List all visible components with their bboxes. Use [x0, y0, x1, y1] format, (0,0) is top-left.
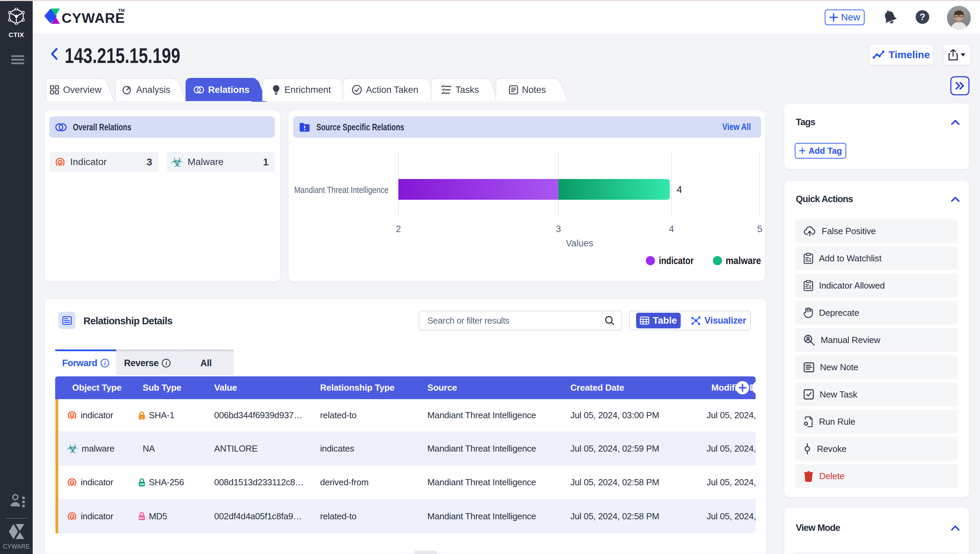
svg-text:256: 256 [140, 483, 144, 486]
svg-text:5: 5 [757, 224, 762, 234]
svg-text:4: 4 [669, 224, 674, 234]
svg-text:4: 4 [677, 184, 682, 195]
svg-text:indicator: indicator [659, 255, 694, 266]
svg-text:malware: malware [726, 255, 761, 266]
svg-text:2: 2 [396, 224, 401, 234]
svg-text:i: i [104, 360, 105, 366]
svg-text:?: ? [920, 12, 926, 22]
svg-text:i: i [166, 360, 167, 366]
svg-text:1: 1 [141, 416, 143, 419]
svg-text:MD5: MD5 [139, 517, 144, 520]
svg-text:3: 3 [556, 224, 561, 234]
svg-text:Values: Values [566, 238, 594, 248]
svg-text:Mandiant Threat Intelligence: Mandiant Threat Intelligence [294, 185, 388, 195]
